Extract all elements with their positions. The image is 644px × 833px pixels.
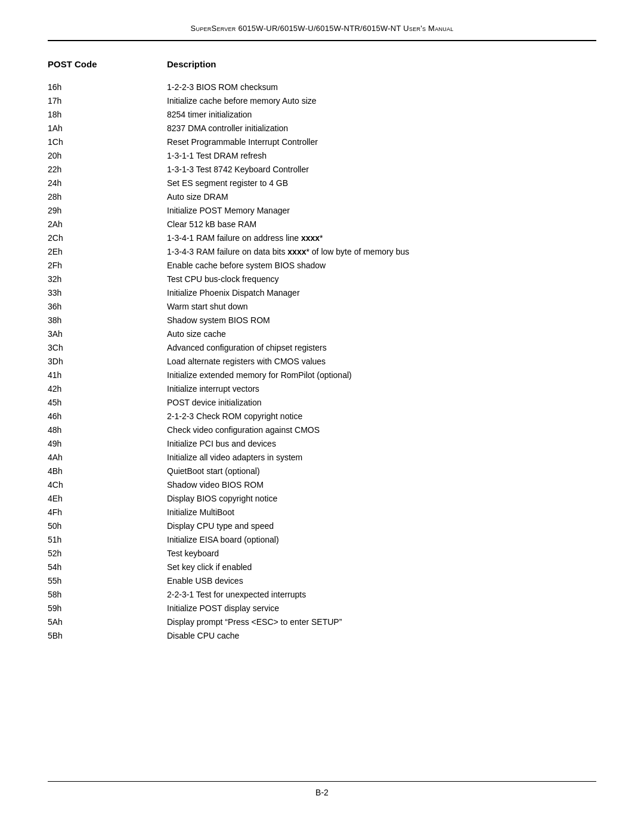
code-cell: 2Eh <box>48 247 167 256</box>
code-cell: 51h <box>48 535 167 544</box>
table-row: 16h1-2-2-3 BIOS ROM checksum <box>48 80 596 94</box>
code-cell: 48h <box>48 425 167 435</box>
table-row: 59hInitialize POST display service <box>48 601 596 615</box>
table-row: 1ChReset Programmable Interrupt Controll… <box>48 135 596 148</box>
code-cell: 3Ch <box>48 343 167 352</box>
col-code-header: POST Code <box>48 59 167 69</box>
table-header: POST Code Description <box>48 59 596 69</box>
table-row: 4AhInitialize all video adapters in syst… <box>48 450 596 464</box>
table-row: 52hTest keyboard <box>48 546 596 560</box>
table-row: 5BhDisable CPU cache <box>48 628 596 642</box>
code-cell: 36h <box>48 302 167 311</box>
desc-cell: Initialize interrupt vectors <box>167 384 596 394</box>
desc-cell: 2-1-2-3 Check ROM copyright notice <box>167 411 596 421</box>
desc-cell: Initialize extended memory for RomPilot … <box>167 370 596 380</box>
table-row: 4EhDisplay BIOS copyright notice <box>48 491 596 505</box>
table-row: 48hCheck video configuration against CMO… <box>48 423 596 436</box>
header-title: SuperServer 6015W-UR/6015W-U/6015W-NTR/6… <box>190 24 453 33</box>
table-row: 29hInitialize POST Memory Manager <box>48 203 596 217</box>
code-cell: 16h <box>48 82 167 92</box>
desc-cell: Auto size DRAM <box>167 192 596 202</box>
desc-cell: 8254 timer initialization <box>167 110 596 119</box>
code-cell: 5Ah <box>48 617 167 627</box>
page: SuperServer 6015W-UR/6015W-U/6015W-NTR/6… <box>0 0 644 833</box>
code-cell: 4Ch <box>48 480 167 490</box>
table-row: 4FhInitialize MultiBoot <box>48 505 596 519</box>
code-cell: 3Ah <box>48 329 167 339</box>
code-cell: 24h <box>48 178 167 188</box>
code-cell: 2Fh <box>48 261 167 270</box>
desc-cell: Initialize Phoenix Dispatch Manager <box>167 288 596 298</box>
desc-cell: Set ES segment register to 4 GB <box>167 178 596 188</box>
desc-cell: Initialize POST Memory Manager <box>167 206 596 215</box>
desc-cell: QuietBoot start (optional) <box>167 466 596 476</box>
table-row: 24hSet ES segment register to 4 GB <box>48 176 596 190</box>
code-cell: 32h <box>48 274 167 284</box>
table-row: 18h8254 timer initialization <box>48 107 596 121</box>
desc-cell: Enable USB devices <box>167 576 596 586</box>
code-cell: 59h <box>48 603 167 613</box>
table-row: 28hAuto size DRAM <box>48 190 596 203</box>
code-cell: 33h <box>48 288 167 298</box>
desc-cell: 1-3-4-1 RAM failure on address line xxxx… <box>167 233 596 243</box>
code-cell: 52h <box>48 549 167 558</box>
header-divider <box>48 40 596 41</box>
code-cell: 55h <box>48 576 167 586</box>
desc-cell: Auto size cache <box>167 329 596 339</box>
table-row: 4BhQuietBoot start (optional) <box>48 464 596 478</box>
desc-cell: Initialize all video adapters in system <box>167 453 596 462</box>
code-cell: 4Eh <box>48 494 167 503</box>
code-cell: 4Fh <box>48 507 167 517</box>
desc-cell: 8237 DMA controller initialization <box>167 123 596 133</box>
code-cell: 18h <box>48 110 167 119</box>
code-cell: 50h <box>48 521 167 531</box>
code-cell: 4Bh <box>48 466 167 476</box>
table-row: 51hInitialize EISA board (optional) <box>48 532 596 546</box>
table-row: 2AhClear 512 kB base RAM <box>48 217 596 231</box>
table-row: 50hDisplay CPU type and speed <box>48 519 596 532</box>
code-cell: 41h <box>48 370 167 380</box>
table-row: 17hInitialize cache before memory Auto s… <box>48 94 596 107</box>
desc-cell: Disable CPU cache <box>167 631 596 640</box>
main-content: POST Code Description 16h1-2-2-3 BIOS RO… <box>48 59 596 763</box>
desc-cell: Test CPU bus-clock frequency <box>167 274 596 284</box>
code-cell: 54h <box>48 562 167 572</box>
desc-cell: Load alternate registers with CMOS value… <box>167 357 596 366</box>
desc-cell: Warm start shut down <box>167 302 596 311</box>
code-cell: 2Ah <box>48 219 167 229</box>
code-cell: 22h <box>48 165 167 174</box>
desc-cell: Test keyboard <box>167 549 596 558</box>
table-row: 49hInitialize PCI bus and devices <box>48 436 596 450</box>
desc-cell: Initialize POST display service <box>167 603 596 613</box>
code-cell: 20h <box>48 151 167 160</box>
code-cell: 49h <box>48 439 167 448</box>
desc-cell: Advanced configuration of chipset regist… <box>167 343 596 352</box>
table-row: 3AhAuto size cache <box>48 327 596 340</box>
table-row: 42hInitialize interrupt vectors <box>48 382 596 395</box>
code-cell: 4Ah <box>48 453 167 462</box>
code-cell: 3Dh <box>48 357 167 366</box>
code-cell: 38h <box>48 315 167 325</box>
table-row: 36hWarm start shut down <box>48 299 596 313</box>
table-row: 2FhEnable cache before system BIOS shado… <box>48 258 596 272</box>
desc-cell: Set key click if enabled <box>167 562 596 572</box>
desc-cell: Display prompt “Press <ESC> to enter SET… <box>167 617 596 627</box>
desc-cell: Initialize cache before memory Auto size <box>167 96 596 106</box>
table-body: 16h1-2-2-3 BIOS ROM checksum17hInitializ… <box>48 80 596 642</box>
table-row: 45hPOST device initialization <box>48 395 596 409</box>
desc-cell: Clear 512 kB base RAM <box>167 219 596 229</box>
code-cell: 1Ah <box>48 123 167 133</box>
table-row: 55hEnable USB devices <box>48 574 596 587</box>
code-cell: 29h <box>48 206 167 215</box>
page-footer: B-2 <box>48 788 596 797</box>
desc-cell: 1-3-4-3 RAM failure on data bits xxxx* o… <box>167 247 596 256</box>
page-number: B-2 <box>315 788 329 797</box>
desc-cell: Check video configuration against CMOS <box>167 425 596 435</box>
desc-cell: 2-2-3-1 Test for unexpected interrupts <box>167 590 596 599</box>
desc-cell: Shadow system BIOS ROM <box>167 315 596 325</box>
code-cell: 45h <box>48 398 167 407</box>
desc-cell: Enable cache before system BIOS shadow <box>167 261 596 270</box>
table-row: 32hTest CPU bus-clock frequency <box>48 272 596 286</box>
table-row: 38hShadow system BIOS ROM <box>48 313 596 327</box>
desc-cell: Display CPU type and speed <box>167 521 596 531</box>
